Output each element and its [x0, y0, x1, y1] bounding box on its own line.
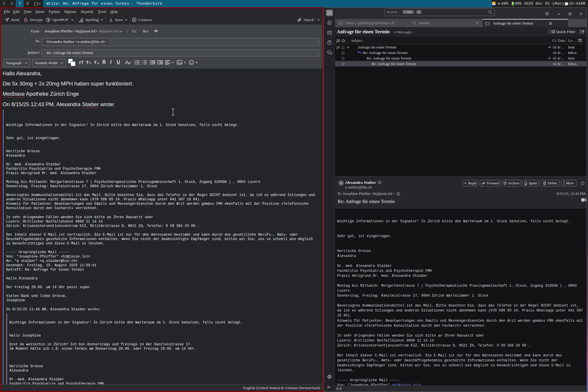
svg-text:2: 2 — [141, 63, 143, 65]
svg-text:1: 1 — [141, 60, 143, 63]
